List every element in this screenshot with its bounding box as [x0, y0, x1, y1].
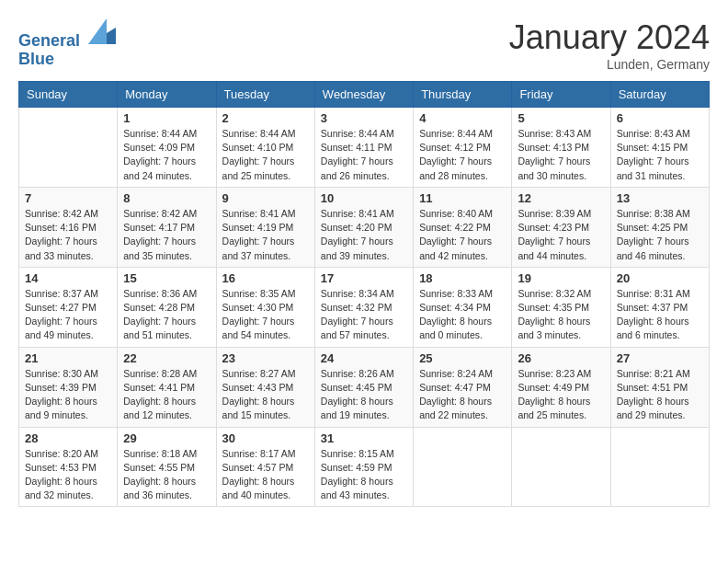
cell-content: Sunrise: 8:26 AMSunset: 4:45 PMDaylight:…: [321, 367, 407, 423]
sunset-text: Sunset: 4:51 PM: [617, 382, 688, 393]
calendar-cell: 28Sunrise: 8:20 AMSunset: 4:53 PMDayligh…: [19, 427, 118, 507]
sunset-text: Sunset: 4:17 PM: [123, 222, 195, 233]
day-number: 18: [419, 271, 506, 285]
daylight-text: Daylight: 7 hours and 42 minutes.: [419, 236, 492, 260]
day-number: 13: [617, 191, 703, 205]
cell-content: Sunrise: 8:41 AMSunset: 4:20 PMDaylight:…: [321, 207, 407, 263]
calendar-cell: 15Sunrise: 8:36 AMSunset: 4:28 PMDayligh…: [118, 267, 216, 347]
sunrise-text: Sunrise: 8:38 AM: [617, 208, 690, 219]
calendar-cell: 17Sunrise: 8:34 AMSunset: 4:32 PMDayligh…: [314, 267, 413, 347]
day-number: 30: [222, 431, 309, 445]
day-number: 5: [518, 111, 604, 125]
cell-content: Sunrise: 8:42 AMSunset: 4:17 PMDaylight:…: [123, 207, 210, 263]
sunset-text: Sunset: 4:49 PM: [518, 382, 589, 393]
cell-content: Sunrise: 8:30 AMSunset: 4:39 PMDaylight:…: [25, 367, 111, 423]
weekday-header-monday: Monday: [118, 82, 216, 108]
sunrise-text: Sunrise: 8:35 AM: [222, 288, 296, 299]
cell-content: Sunrise: 8:44 AMSunset: 4:11 PMDaylight:…: [321, 127, 407, 183]
cell-content: Sunrise: 8:41 AMSunset: 4:19 PMDaylight:…: [222, 207, 309, 263]
cell-content: Sunrise: 8:23 AMSunset: 4:49 PMDaylight:…: [518, 367, 604, 423]
weekday-header-sunday: Sunday: [19, 82, 118, 108]
calendar-cell: 31Sunrise: 8:15 AMSunset: 4:59 PMDayligh…: [314, 427, 413, 507]
cell-content: Sunrise: 8:15 AMSunset: 4:59 PMDaylight:…: [321, 447, 407, 503]
day-number: 10: [321, 191, 407, 205]
calendar-week-row: 7Sunrise: 8:42 AMSunset: 4:16 PMDaylight…: [19, 187, 710, 267]
day-number: 23: [222, 351, 309, 365]
calendar-cell: 12Sunrise: 8:39 AMSunset: 4:23 PMDayligh…: [512, 187, 610, 267]
calendar-cell: 10Sunrise: 8:41 AMSunset: 4:20 PMDayligh…: [314, 187, 413, 267]
sunset-text: Sunset: 4:10 PM: [222, 142, 294, 153]
sunset-text: Sunset: 4:09 PM: [123, 142, 195, 153]
calendar-cell: 26Sunrise: 8:23 AMSunset: 4:49 PMDayligh…: [512, 347, 610, 427]
sunset-text: Sunset: 4:37 PM: [617, 302, 688, 313]
day-number: 12: [518, 191, 604, 205]
sunset-text: Sunset: 4:55 PM: [123, 462, 195, 473]
calendar-cell: 19Sunrise: 8:32 AMSunset: 4:35 PMDayligh…: [512, 267, 610, 347]
calendar-week-row: 14Sunrise: 8:37 AMSunset: 4:27 PMDayligh…: [19, 267, 710, 347]
day-number: 28: [25, 431, 111, 445]
sunset-text: Sunset: 4:39 PM: [25, 382, 97, 393]
sunset-text: Sunset: 4:57 PM: [222, 462, 294, 473]
calendar-cell: 21Sunrise: 8:30 AMSunset: 4:39 PMDayligh…: [19, 347, 118, 427]
sunset-text: Sunset: 4:35 PM: [518, 302, 589, 313]
sunset-text: Sunset: 4:12 PM: [419, 142, 491, 153]
cell-content: Sunrise: 8:24 AMSunset: 4:47 PMDaylight:…: [419, 367, 506, 423]
daylight-text: Daylight: 8 hours and 6 minutes.: [617, 316, 689, 340]
calendar-cell: 3Sunrise: 8:44 AMSunset: 4:11 PMDaylight…: [314, 108, 413, 188]
cell-content: Sunrise: 8:44 AMSunset: 4:12 PMDaylight:…: [419, 127, 506, 183]
sunrise-text: Sunrise: 8:28 AM: [123, 368, 197, 379]
cell-content: Sunrise: 8:38 AMSunset: 4:25 PMDaylight:…: [617, 207, 703, 263]
calendar-cell: 7Sunrise: 8:42 AMSunset: 4:16 PMDaylight…: [19, 187, 118, 267]
calendar-cell: 25Sunrise: 8:24 AMSunset: 4:47 PMDayligh…: [414, 347, 512, 427]
sunrise-text: Sunrise: 8:42 AM: [123, 208, 197, 219]
calendar-cell: 8Sunrise: 8:42 AMSunset: 4:17 PMDaylight…: [118, 187, 216, 267]
sunset-text: Sunset: 4:45 PM: [321, 382, 392, 393]
calendar-cell: [512, 427, 610, 507]
sunset-text: Sunset: 4:59 PM: [321, 462, 392, 473]
sunset-text: Sunset: 4:16 PM: [25, 222, 97, 233]
daylight-text: Daylight: 7 hours and 39 minutes.: [321, 236, 393, 260]
day-number: 29: [123, 431, 210, 445]
day-number: 14: [25, 271, 111, 285]
calendar-cell: 27Sunrise: 8:21 AMSunset: 4:51 PMDayligh…: [610, 347, 709, 427]
day-number: 20: [617, 271, 703, 285]
daylight-text: Daylight: 8 hours and 3 minutes.: [518, 316, 590, 340]
cell-content: Sunrise: 8:40 AMSunset: 4:22 PMDaylight:…: [419, 207, 506, 263]
cell-content: Sunrise: 8:35 AMSunset: 4:30 PMDaylight:…: [222, 287, 309, 343]
daylight-text: Daylight: 7 hours and 46 minutes.: [617, 236, 689, 260]
calendar-cell: 6Sunrise: 8:43 AMSunset: 4:15 PMDaylight…: [610, 108, 709, 188]
sunset-text: Sunset: 4:47 PM: [419, 382, 491, 393]
daylight-text: Daylight: 7 hours and 49 minutes.: [25, 316, 97, 340]
sunset-text: Sunset: 4:30 PM: [222, 302, 294, 313]
calendar-cell: 5Sunrise: 8:43 AMSunset: 4:13 PMDaylight…: [512, 108, 610, 188]
sunset-text: Sunset: 4:15 PM: [617, 142, 688, 153]
cell-content: Sunrise: 8:17 AMSunset: 4:57 PMDaylight:…: [222, 447, 309, 503]
day-number: 21: [25, 351, 111, 365]
calendar-cell: [19, 108, 118, 188]
sunset-text: Sunset: 4:19 PM: [222, 222, 294, 233]
daylight-text: Daylight: 7 hours and 33 minutes.: [25, 236, 97, 260]
sunrise-text: Sunrise: 8:20 AM: [25, 448, 98, 459]
daylight-text: Daylight: 8 hours and 15 minutes.: [222, 396, 295, 420]
day-number: 25: [419, 351, 506, 365]
daylight-text: Daylight: 8 hours and 25 minutes.: [518, 396, 590, 420]
day-number: 26: [518, 351, 604, 365]
sunrise-text: Sunrise: 8:33 AM: [419, 288, 493, 299]
sunset-text: Sunset: 4:53 PM: [25, 462, 97, 473]
calendar-week-row: 21Sunrise: 8:30 AMSunset: 4:39 PMDayligh…: [19, 347, 710, 427]
day-number: 3: [321, 111, 407, 125]
sunset-text: Sunset: 4:25 PM: [617, 222, 688, 233]
daylight-text: Daylight: 7 hours and 30 minutes.: [518, 155, 590, 180]
weekday-header-friday: Friday: [512, 82, 610, 108]
sunrise-text: Sunrise: 8:43 AM: [617, 128, 690, 139]
sunset-text: Sunset: 4:28 PM: [123, 302, 195, 313]
calendar-cell: 23Sunrise: 8:27 AMSunset: 4:43 PMDayligh…: [216, 347, 314, 427]
day-number: 31: [321, 431, 407, 445]
daylight-text: Daylight: 8 hours and 43 minutes.: [321, 476, 393, 500]
day-number: 7: [25, 191, 111, 205]
day-number: 4: [419, 111, 506, 125]
sunset-text: Sunset: 4:32 PM: [321, 302, 392, 313]
calendar-cell: 24Sunrise: 8:26 AMSunset: 4:45 PMDayligh…: [314, 347, 413, 427]
daylight-text: Daylight: 8 hours and 40 minutes.: [222, 476, 295, 500]
sunset-text: Sunset: 4:27 PM: [25, 302, 97, 313]
